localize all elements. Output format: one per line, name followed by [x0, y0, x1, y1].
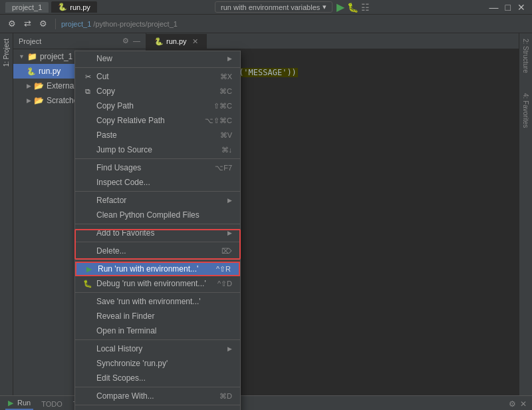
- menu-item-label: Delete...: [96, 246, 126, 256]
- menu-item-label: Compare With...: [96, 391, 154, 401]
- menu-separator-3: [75, 191, 240, 192]
- menu-shortcut: ⌘D: [219, 392, 232, 401]
- menu-separator-5: [75, 242, 240, 242]
- menu-separator-9: [75, 387, 240, 387]
- menu-item-save-env[interactable]: Save 'run with environment...': [75, 294, 240, 309]
- context-menu: New ✂ Cut ⌘X ⧉ Copy ⌘C Copy Path ⇧⌘C: [74, 51, 241, 410]
- menu-shortcut: ⌘C: [219, 87, 232, 96]
- menu-item-label: Run 'run with environment...': [98, 264, 198, 274]
- menu-shortcut: ⇧⌘C: [213, 102, 232, 110]
- menu-item-inspect-code[interactable]: Inspect Code...: [75, 175, 240, 190]
- menu-item-label: Paste: [96, 130, 117, 140]
- run-env-icon: ▶: [84, 265, 94, 274]
- menu-item-label: Copy: [96, 87, 115, 96]
- menu-item-label: Copy Relative Path: [96, 116, 165, 125]
- menu-item-label: Synchronize 'run.py': [96, 359, 168, 368]
- cut-icon: ✂: [83, 73, 92, 81]
- menu-separator-7: [75, 292, 240, 293]
- menu-item-edit-scopes[interactable]: Edit Scopes...: [75, 371, 240, 385]
- copy-icon: ⧉: [83, 87, 92, 96]
- menu-separator-8: [75, 339, 240, 340]
- menu-item-find-usages[interactable]: Find Usages ⌥F7: [75, 160, 240, 175]
- menu-shortcut: ^⇧D: [217, 280, 232, 288]
- menu-item-synchronize[interactable]: Synchronize 'run.py': [75, 356, 240, 371]
- menu-item-label: Inspect Code...: [96, 178, 150, 187]
- menu-item-copy[interactable]: ⧉ Copy ⌘C: [75, 84, 240, 99]
- menu-item-label: Refactor: [96, 196, 126, 205]
- context-menu-overlay[interactable]: New ✂ Cut ⌘X ⧉ Copy ⌘C Copy Path ⇧⌘C: [0, 0, 532, 410]
- menu-item-local-history[interactable]: Local History: [75, 341, 240, 356]
- menu-item-delete[interactable]: Delete... ⌦: [75, 244, 240, 258]
- menu-shortcut: ⌥⇧⌘C: [205, 116, 232, 125]
- menu-separator-1: [75, 67, 240, 68]
- menu-item-refactor[interactable]: Refactor: [75, 193, 240, 208]
- menu-separator-2: [75, 158, 240, 159]
- menu-item-reveal-finder[interactable]: Reveal in Finder: [75, 309, 240, 323]
- menu-separator-4: [75, 224, 240, 224]
- menu-separator-10: [75, 405, 240, 405]
- menu-item-copy-relative-path[interactable]: Copy Relative Path ⌥⇧⌘C: [75, 113, 240, 128]
- menu-item-label: Debug 'run with environment...': [96, 279, 206, 288]
- menu-item-cut[interactable]: ✂ Cut ⌘X: [75, 69, 240, 84]
- menu-item-label: Add to Favorites: [96, 228, 154, 238]
- menu-item-label: Open in Terminal: [96, 326, 157, 335]
- menu-item-label: Cut: [96, 72, 109, 81]
- menu-shortcut: ⌦: [221, 247, 232, 256]
- menu-separator-6: [75, 260, 240, 260]
- menu-shortcut: ⌘X: [220, 73, 232, 81]
- menu-item-debug-env[interactable]: 🐛 Debug 'run with environment...' ^⇧D: [75, 276, 240, 291]
- menu-item-copy-path[interactable]: Copy Path ⇧⌘C: [75, 99, 240, 113]
- menu-item-label: Reveal in Finder: [96, 311, 154, 321]
- menu-shortcut: ^⇧R: [216, 265, 231, 274]
- menu-item-label: Save 'run with environment...': [96, 297, 201, 306]
- menu-item-label: Copy Path: [96, 101, 134, 110]
- menu-item-jump-to-source[interactable]: Jump to Source ⌘↓: [75, 142, 240, 157]
- menu-item-clean-python[interactable]: Clean Python Compiled Files: [75, 208, 240, 222]
- menu-shortcut: ⌥F7: [215, 164, 232, 172]
- menu-shortcut: ⌘V: [220, 131, 232, 140]
- debug-env-icon: 🐛: [83, 280, 92, 288]
- menu-item-run-env[interactable]: ▶ Run 'run with environment...' ^⇧R: [75, 262, 240, 276]
- menu-item-label: New: [96, 54, 112, 63]
- menu-item-open-terminal[interactable]: Open in Terminal: [75, 323, 240, 338]
- menu-item-add-favorites[interactable]: Add to Favorites: [75, 226, 240, 240]
- menu-shortcut: ⌘↓: [221, 146, 233, 154]
- menu-item-create-gist[interactable]: ◉ Create Gist...: [75, 407, 240, 410]
- menu-item-label: Edit Scopes...: [96, 373, 146, 383]
- menu-item-compare-with[interactable]: Compare With... ⌘D: [75, 389, 240, 403]
- menu-item-label: Clean Python Compiled Files: [96, 210, 200, 220]
- menu-item-label: Find Usages: [96, 163, 141, 172]
- menu-item-new[interactable]: New: [75, 51, 240, 66]
- menu-item-label: Jump to Source: [96, 145, 152, 154]
- menu-item-label: Local History: [96, 344, 142, 353]
- menu-item-paste[interactable]: Paste ⌘V: [75, 128, 240, 142]
